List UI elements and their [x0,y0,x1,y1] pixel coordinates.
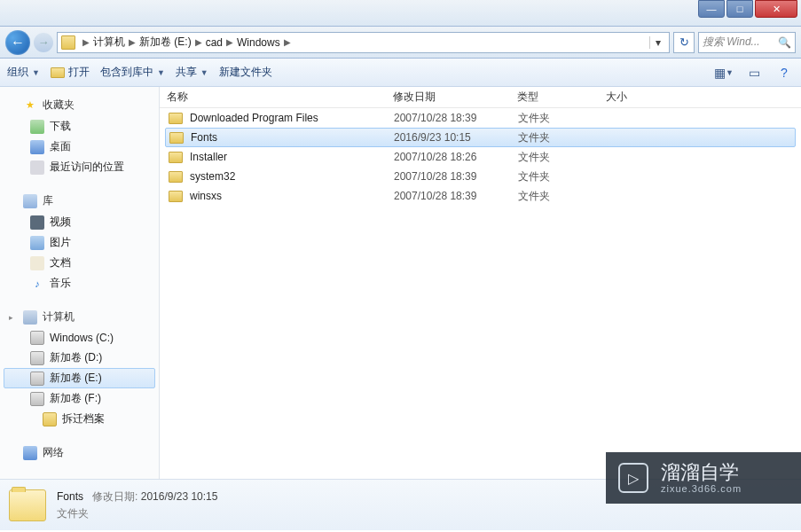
sidebar-item-label: 文档 [50,255,71,270]
sidebar-item[interactable]: 桌面 [4,137,155,157]
desk-icon [30,140,44,154]
close-button[interactable]: ✕ [755,0,797,18]
maximize-button[interactable]: □ [726,0,753,18]
preview-pane-button[interactable]: ▭ [744,63,764,82]
chevron-right-icon[interactable]: ▶ [226,37,233,47]
back-button[interactable]: ← [5,30,30,55]
file-name: Installer [190,151,394,163]
crumb-computer[interactable]: 计算机 [93,35,125,50]
folder-icon [169,152,183,163]
sidebar-item[interactable]: 下载 [4,116,155,137]
file-type: 文件夹 [518,169,607,184]
include-in-library-menu[interactable]: 包含到库中▼ [100,65,165,80]
file-row[interactable]: Downloaded Program Files2007/10/28 18:39… [160,108,801,128]
refresh-button[interactable]: ↻ [673,32,695,53]
column-date[interactable]: 修改日期 [386,90,510,105]
watermark: ▷ 溜溜自学 zixue.3d66.com [606,452,801,504]
crumb-drive[interactable]: 新加卷 (E:) [139,35,192,50]
favorites-group[interactable]: ★ 收藏夹 [4,94,155,116]
sidebar-item-label: 新加卷 (D:) [50,350,102,365]
sidebar-item-label: 新加卷 (F:) [50,391,101,406]
folder-icon [169,191,183,202]
minimize-button[interactable]: — [698,0,725,18]
open-button[interactable]: 打开 [51,65,90,80]
sidebar-item-label: 拆迁档案 [62,411,105,426]
sidebar-item[interactable]: 最近访问的位置 [4,157,155,177]
recent-icon [30,160,44,175]
sidebar-item-label: 视频 [50,215,71,230]
dl-icon [30,120,44,134]
sidebar-item-label: 图片 [50,235,71,250]
nav-bar: ← → ▶ 计算机 ▶ 新加卷 (E:) ▶ cad ▶ Windows ▶ ▾… [0,27,801,59]
navigation-pane: ★ 收藏夹 下载桌面最近访问的位置 库 视频图片文档♪音乐 ▸ 计算机 Wind… [0,87,160,479]
chevron-right-icon[interactable]: ▶ [195,37,202,47]
share-menu[interactable]: 共享▼ [176,65,208,80]
computer-group[interactable]: ▸ 计算机 [4,306,155,328]
crumb-windows[interactable]: Windows [237,36,280,49]
sidebar-item[interactable]: 拆迁档案 [4,409,155,429]
file-date: 2016/9/23 10:15 [394,131,518,144]
folder-icon [169,132,184,144]
chevron-right-icon[interactable]: ▶ [82,37,90,47]
chevron-right-icon[interactable]: ▶ [129,37,136,47]
breadcrumb[interactable]: ▶ 计算机 ▶ 新加卷 (E:) ▶ cad ▶ Windows ▶ ▾ [57,32,670,53]
libraries-group[interactable]: 库 [4,190,155,212]
pic-icon [30,236,44,250]
folder-icon [61,35,75,50]
sidebar-item[interactable]: 视频 [4,212,155,232]
star-icon: ★ [23,98,37,113]
column-headers: 名称 修改日期 类型 大小 [160,87,801,108]
selected-item-type: 文件夹 [57,506,217,521]
sidebar-item[interactable]: 新加卷 (F:) [4,388,155,409]
sidebar-item-label: 最近访问的位置 [50,160,124,175]
breadcrumb-dropdown[interactable]: ▾ [649,36,665,49]
forward-button[interactable]: → [34,33,53,52]
drive-icon [30,351,44,365]
organize-menu[interactable]: 组织▼ [7,65,40,80]
sidebar-item[interactable]: Windows (C:) [4,328,155,348]
file-row[interactable]: Installer2007/10/28 18:26文件夹 [160,147,801,167]
sidebar-item[interactable]: 新加卷 (D:) [4,348,155,368]
column-type[interactable]: 类型 [510,90,599,105]
search-input[interactable]: 搜索 Wind... 🔍 [698,32,796,53]
network-group[interactable]: 网络 [4,442,155,464]
crumb-cad[interactable]: cad [206,36,223,49]
chevron-down-icon: ▼ [32,68,40,77]
sidebar-item[interactable]: 新加卷 (E:) [4,368,155,388]
file-date: 2007/10/28 18:39 [394,190,518,202]
file-date: 2007/10/28 18:39 [394,112,518,124]
folder-icon [43,412,57,426]
sidebar-item[interactable]: ♪音乐 [4,273,155,293]
file-row[interactable]: system322007/10/28 18:39文件夹 [160,167,801,186]
file-row[interactable]: winsxs2007/10/28 18:39文件夹 [160,186,801,206]
library-icon [23,194,37,208]
file-date: 2007/10/28 18:26 [394,151,518,163]
view-options-button[interactable]: ▦ ▼ [714,63,734,82]
selected-item-date: 2016/9/23 10:15 [141,490,218,503]
file-type: 文件夹 [518,130,607,145]
sidebar-item-label: 桌面 [50,139,71,154]
chevron-right-icon[interactable]: ▶ [284,37,291,47]
main-area: ★ 收藏夹 下载桌面最近访问的位置 库 视频图片文档♪音乐 ▸ 计算机 Wind… [0,87,801,479]
column-size[interactable]: 大小 [599,90,801,105]
chevron-down-icon: ▼ [200,68,208,77]
drive-icon [30,392,44,406]
new-folder-button[interactable]: 新建文件夹 [219,65,272,80]
watermark-text: 溜溜自学 [661,462,742,483]
network-icon [23,446,37,460]
sidebar-item-label: Windows (C:) [50,332,114,344]
chevron-down-icon: ▼ [157,68,165,77]
drive-icon [30,331,44,345]
file-name: winsxs [190,190,394,202]
column-name[interactable]: 名称 [160,90,386,105]
file-list: 名称 修改日期 类型 大小 Downloaded Program Files20… [160,87,801,479]
watermark-url: zixue.3d66.com [661,483,742,494]
file-row[interactable]: Fonts2016/9/23 10:15文件夹 [165,128,796,147]
file-name: Downloaded Program Files [190,112,394,124]
play-icon: ▷ [618,463,648,493]
sidebar-item[interactable]: 文档 [4,253,155,273]
sidebar-item[interactable]: 图片 [4,232,155,253]
folder-icon [9,489,46,521]
vid-icon [30,215,44,230]
help-button[interactable]: ? [774,63,794,82]
